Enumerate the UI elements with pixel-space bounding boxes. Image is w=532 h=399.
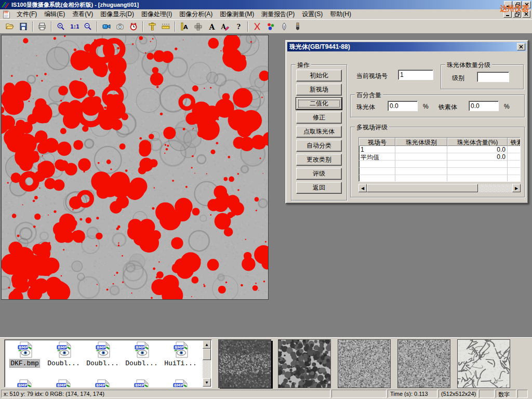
caliper-text-icon[interactable]: A [178, 20, 191, 33]
file-name[interactable]: Doubl... [86, 360, 119, 367]
scroll-up-icon[interactable]: ▲ [203, 340, 211, 349]
file-item[interactable]: Doubl... [84, 341, 122, 367]
capture-camera-icon[interactable] [113, 20, 127, 33]
file-item[interactable]: Doubl... [123, 341, 161, 367]
scroll-thumb[interactable] [367, 184, 478, 192]
menu-help[interactable]: 帮助(H) [326, 9, 355, 19]
thumbnail-3[interactable] [338, 339, 391, 388]
file-item[interactable]: DKF.bmp [6, 341, 44, 367]
file-icon-partial[interactable] [94, 379, 111, 388]
thumbnail-1[interactable] [218, 339, 271, 388]
file-icon-partial[interactable] [172, 379, 189, 388]
file-list-vscrollbar[interactable]: ▲ ▼ [203, 340, 211, 387]
menu-edit[interactable]: 编辑(E) [41, 9, 69, 19]
table-row[interactable]: 平均值 0.0 [359, 153, 520, 161]
image-size-status: (512x512x24) [438, 390, 478, 398]
print-icon[interactable] [35, 20, 49, 33]
menu-view[interactable]: 查看(V) [69, 9, 97, 19]
restore-button[interactable] [513, 1, 522, 8]
ruler-icon[interactable] [159, 20, 172, 33]
status-bar: x: 510 y: 79 idx: 0 RGB: (174, 174, 174)… [0, 389, 532, 399]
init-button[interactable]: 初始化 [296, 70, 342, 82]
col-pearlite-content[interactable]: 珠光体含量(%) [447, 138, 508, 146]
file-name[interactable]: Doubl... [47, 360, 80, 367]
grade-button[interactable]: 评级 [296, 168, 342, 180]
ferrite-percent-input[interactable] [469, 101, 499, 111]
toolbar: 1:1 A A A ? [0, 19, 532, 34]
menu-image-display[interactable]: 图像显示(D) [97, 9, 138, 19]
file-name[interactable]: DKF.bmp [10, 360, 39, 367]
menu-image-measure[interactable]: 图像测量(M) [216, 9, 258, 19]
grade-input[interactable] [477, 72, 509, 82]
caliper-icon[interactable] [145, 20, 159, 33]
curve-erase-icon[interactable] [250, 20, 264, 33]
file-icon-partial[interactable] [133, 379, 150, 388]
close-button[interactable] [523, 1, 531, 8]
new-field-button[interactable]: 新视场 [296, 84, 342, 96]
scroll-left-icon[interactable]: ◀ [358, 184, 367, 192]
dialog-title-bar[interactable]: 珠光体(GB/T9441-88) [287, 42, 526, 51]
classify-balls-icon[interactable] [264, 20, 277, 33]
bmp-file-icon [56, 341, 72, 358]
text-label-icon[interactable]: A [205, 20, 218, 33]
thumbnail-2[interactable] [278, 339, 331, 388]
child-minimize-button[interactable] [503, 10, 512, 18]
zoom-out-icon[interactable] [81, 20, 95, 33]
scroll-right-icon[interactable]: ▶ [512, 184, 521, 192]
operation-group-label: 操作 [296, 61, 311, 70]
binarize-button[interactable]: 二值化 [296, 98, 342, 110]
thumbnail-5[interactable] [457, 339, 510, 388]
svg-text:A: A [183, 24, 188, 31]
point-pen-icon[interactable] [277, 20, 291, 33]
pearlite-percent-input[interactable] [388, 101, 418, 111]
zoom-in-icon[interactable] [54, 20, 68, 33]
auto-classify-button[interactable]: 自动分类 [296, 140, 342, 152]
pearlite-percent-sign: % [423, 103, 429, 110]
file-item[interactable]: HuiTi... [162, 341, 200, 367]
menu-image-process[interactable]: 图像处理(I) [138, 9, 176, 19]
pick-pearlite-button[interactable]: 点取珠光体 [296, 126, 342, 138]
grade-label: 级别 [452, 74, 464, 83]
paint-brush-icon[interactable] [291, 20, 304, 33]
toolbar-separator [97, 21, 98, 32]
toolbar-separator [247, 21, 248, 32]
timer-clock-icon[interactable] [127, 20, 140, 33]
table-hscrollbar[interactable]: ◀ ▶ [358, 184, 521, 192]
file-name[interactable]: Doubl... [125, 360, 158, 367]
minimize-button[interactable] [504, 1, 512, 8]
file-item[interactable]: Doubl... [45, 341, 83, 367]
merge-grid-icon[interactable] [191, 20, 205, 33]
current-field-input[interactable] [398, 70, 433, 80]
col-pearlite-grade[interactable]: 珠光体级别 [395, 138, 447, 146]
multi-field-table[interactable]: 视场号 珠光体级别 珠光体含量(%) 铁素体含量(%) 1 0.0 平均值 0.… [358, 137, 521, 182]
micrograph[interactable] [2, 35, 268, 299]
correct-button[interactable]: 修正 [296, 112, 342, 124]
thumbnail-4[interactable] [397, 339, 450, 388]
app-icon [1, 1, 9, 9]
scroll-thumb[interactable] [203, 349, 211, 360]
help-icon[interactable]: ? [232, 20, 245, 33]
document-icon: DOC [3, 10, 10, 19]
actual-size-icon[interactable]: 1:1 [68, 20, 81, 33]
open-icon[interactable] [3, 20, 17, 33]
table-row[interactable]: 1 0.0 [359, 146, 520, 153]
col-field-no[interactable]: 视场号 [359, 138, 395, 146]
child-restore-button[interactable] [513, 10, 521, 18]
menu-file[interactable]: 文件(F) [13, 9, 41, 19]
file-icon-partial[interactable] [55, 379, 72, 388]
save-icon[interactable] [17, 20, 30, 33]
return-button[interactable]: 返回 [296, 182, 342, 194]
col-ferrite-content[interactable]: 铁素体含量(%) [508, 138, 521, 146]
file-name[interactable]: HuiTi... [164, 360, 197, 367]
file-list[interactable]: DKF.bmp Doubl... Doubl... Doubl... HuiTi… [4, 339, 212, 388]
menu-image-analysis[interactable]: 图像分析(A) [176, 9, 216, 19]
scroll-down-icon[interactable]: ▼ [203, 378, 211, 387]
menu-settings[interactable]: 设置(S) [298, 9, 326, 19]
change-class-button[interactable]: 更改类别 [296, 154, 342, 166]
file-icon-partial[interactable] [16, 379, 33, 388]
dialog-close-icon[interactable] [517, 43, 525, 50]
menu-report[interactable]: 测量报告(P) [258, 9, 298, 19]
child-close-button[interactable] [522, 10, 530, 18]
annotate-pencil-icon[interactable]: A [218, 20, 232, 33]
video-camera-icon[interactable] [100, 20, 113, 33]
